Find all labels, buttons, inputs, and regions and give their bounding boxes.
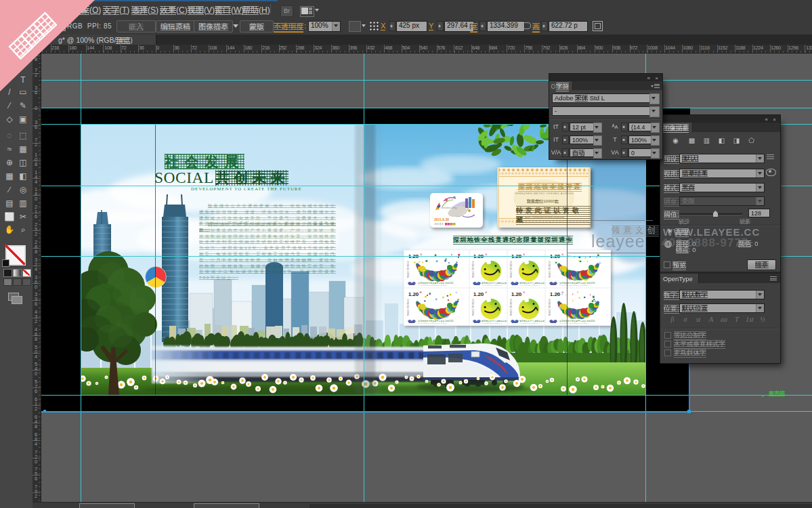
svg-text:1.20: 1.20 xyxy=(511,291,522,297)
svg-text:第26届世界大学生夏季运动会·深圳2011: 第26届世界大学生夏季运动会·深圳2011 xyxy=(418,282,454,284)
svg-text:TH 26T SUMME UNIVERSIAD SHENZH: TH 26T SUMME UNIVERSIAD SHENZH xyxy=(418,284,448,287)
svg-text:第26届世界大学生夏季运动会·深圳: 第26届世界大学生夏季运动会·深圳 xyxy=(482,320,507,322)
svg-text:第26届世界大学生夏季运动会·深圳: 第26届世界大学生夏季运动会·深圳 xyxy=(519,320,545,322)
svg-text:中国邮政 CHINA: 中国邮政 CHINA xyxy=(548,261,551,278)
svg-text:中国邮政 CHINA: 中国邮政 CHINA xyxy=(548,299,551,316)
svg-text:2011.6.30: 2011.6.30 xyxy=(434,217,449,221)
svg-text:中国邮政 CHINA: 中国邮政 CHINA xyxy=(509,299,513,316)
svg-text:TH 26T SUMME UNIVERSIAD: TH 26T SUMME UNIVERSIAD xyxy=(519,284,540,286)
svg-text:中国邮政 CHINA: 中国邮政 CHINA xyxy=(509,261,513,278)
svg-text:TH 26T SUMME UNIVERSIAD: TH 26T SUMME UNIVERSIAD xyxy=(482,322,502,324)
svg-text:深圳通卡: 深圳通卡 xyxy=(434,222,444,226)
svg-text:第26届世界大学生夏季运动会·深圳2011: 第26届世界大学生夏季运动会·深圳2011 xyxy=(559,282,595,284)
svg-text:中国邮政 CHINA: 中国邮政 CHINA xyxy=(471,299,475,316)
svg-text:1.20: 1.20 xyxy=(550,291,561,297)
svg-text:中国邮政 CHINA: 中国邮政 CHINA xyxy=(471,261,475,278)
svg-text:1.20: 1.20 xyxy=(473,291,484,297)
svg-text:TH 26T SUMME UNIVERSIAD: TH 26T SUMME UNIVERSIAD xyxy=(519,322,540,324)
svg-text:Shenzhen Tong: Shenzhen Tong xyxy=(441,207,457,209)
svg-text:中国邮政 CHINA: 中国邮政 CHINA xyxy=(406,299,410,316)
svg-text:TH 26T SUMME UNIVERSIAD SHENZH: TH 26T SUMME UNIVERSIAD SHENZH xyxy=(559,284,589,287)
svg-text:TH 26T SUMME UNIVERSIAD: TH 26T SUMME UNIVERSIAD xyxy=(482,284,502,286)
svg-text:1.20: 1.20 xyxy=(408,291,419,297)
svg-text:第26届世界大学生夏季运动会·深圳: 第26届世界大学生夏季运动会·深圳 xyxy=(519,282,545,284)
svg-text:第26届世界大学生夏季运动会·深圳2011: 第26届世界大学生夏季运动会·深圳2011 xyxy=(418,320,454,322)
svg-text:第26届世界大学生夏季运动会·深圳2011: 第26届世界大学生夏季运动会·深圳2011 xyxy=(559,320,595,322)
svg-text:中国邮政 CHINA: 中国邮政 CHINA xyxy=(406,261,410,278)
svg-text:TH 26T SUMME UNIVERSIAD SHENZH: TH 26T SUMME UNIVERSIAD SHENZH xyxy=(559,322,589,324)
svg-text:TH 26T SUMME UNIVERSIAD SHENZH: TH 26T SUMME UNIVERSIAD SHENZH xyxy=(418,322,448,324)
svg-text:第26届世界大学生夏季运动会·深圳: 第26届世界大学生夏季运动会·深圳 xyxy=(482,282,507,284)
